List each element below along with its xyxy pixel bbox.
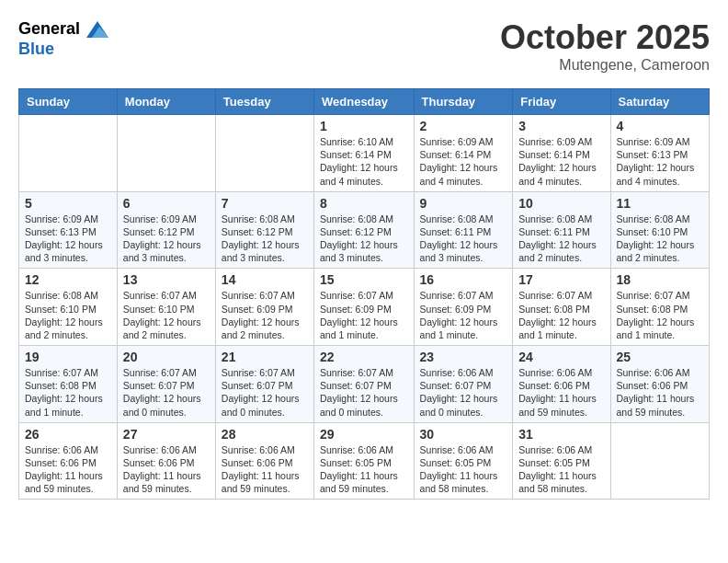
day-number: 14 (222, 272, 308, 287)
day-info: Sunrise: 6:06 AMSunset: 6:07 PMDaylight:… (420, 366, 507, 419)
calendar-cell: 11Sunrise: 6:08 AMSunset: 6:10 PMDayligh… (610, 191, 709, 269)
day-info: Sunrise: 6:08 AMSunset: 6:11 PMDaylight:… (420, 213, 507, 265)
day-number: 30 (420, 427, 507, 442)
calendar-cell: 30Sunrise: 6:06 AMSunset: 6:05 PMDayligh… (414, 422, 513, 500)
logo-blue: Blue (18, 40, 108, 59)
day-info: Sunrise: 6:07 AMSunset: 6:08 PMDaylight:… (25, 366, 111, 419)
calendar-cell: 29Sunrise: 6:06 AMSunset: 6:05 PMDayligh… (314, 422, 415, 500)
calendar-cell (610, 422, 709, 500)
logo-general: General (18, 18, 108, 40)
calendar-cell: 7Sunrise: 6:08 AMSunset: 6:12 PMDaylight… (215, 191, 313, 269)
day-number: 2 (420, 119, 507, 133)
day-info: Sunrise: 6:10 AMSunset: 6:14 PMDaylight:… (320, 135, 408, 188)
day-info: Sunrise: 6:09 AMSunset: 6:13 PMDaylight:… (617, 135, 703, 188)
calendar-cell: 3Sunrise: 6:09 AMSunset: 6:14 PMDaylight… (513, 115, 610, 192)
day-info: Sunrise: 6:06 AMSunset: 6:06 PMDaylight:… (222, 443, 308, 496)
calendar-week-row: 26Sunrise: 6:06 AMSunset: 6:06 PMDayligh… (19, 422, 710, 500)
calendar-cell: 27Sunrise: 6:06 AMSunset: 6:06 PMDayligh… (117, 422, 215, 500)
day-info: Sunrise: 6:09 AMSunset: 6:14 PMDaylight:… (518, 135, 604, 188)
day-number: 10 (518, 196, 604, 211)
day-info: Sunrise: 6:07 AMSunset: 6:07 PMDaylight:… (320, 366, 408, 419)
day-number: 17 (518, 272, 604, 287)
col-header-wednesday: Wednesday (314, 89, 415, 115)
calendar-cell: 5Sunrise: 6:09 AMSunset: 6:13 PMDaylight… (19, 191, 118, 269)
col-header-friday: Friday (513, 89, 610, 115)
calendar-week-row: 19Sunrise: 6:07 AMSunset: 6:08 PMDayligh… (19, 346, 710, 423)
day-info: Sunrise: 6:08 AMSunset: 6:11 PMDaylight:… (518, 213, 604, 265)
day-info: Sunrise: 6:06 AMSunset: 6:06 PMDaylight:… (123, 443, 210, 496)
day-info: Sunrise: 6:07 AMSunset: 6:09 PMDaylight:… (420, 289, 507, 341)
calendar-cell: 20Sunrise: 6:07 AMSunset: 6:07 PMDayligh… (117, 346, 215, 423)
day-info: Sunrise: 6:07 AMSunset: 6:10 PMDaylight:… (123, 289, 210, 341)
day-info: Sunrise: 6:07 AMSunset: 6:09 PMDaylight:… (320, 289, 408, 341)
day-info: Sunrise: 6:08 AMSunset: 6:12 PMDaylight:… (320, 213, 408, 265)
calendar-cell (19, 115, 118, 192)
day-number: 26 (25, 427, 111, 442)
day-number: 1 (320, 119, 408, 133)
calendar-cell (117, 115, 215, 192)
day-number: 5 (25, 196, 111, 211)
col-header-saturday: Saturday (610, 89, 709, 115)
day-info: Sunrise: 6:08 AMSunset: 6:10 PMDaylight:… (617, 213, 703, 265)
day-number: 19 (25, 350, 111, 364)
calendar-cell: 23Sunrise: 6:06 AMSunset: 6:07 PMDayligh… (414, 346, 513, 423)
day-number: 16 (420, 272, 507, 287)
month-title: October 2025 (500, 18, 710, 57)
day-number: 23 (420, 350, 507, 364)
calendar-week-row: 1Sunrise: 6:10 AMSunset: 6:14 PMDaylight… (19, 115, 710, 192)
day-info: Sunrise: 6:07 AMSunset: 6:08 PMDaylight:… (617, 289, 703, 341)
day-info: Sunrise: 6:06 AMSunset: 6:06 PMDaylight:… (518, 366, 604, 419)
col-header-sunday: Sunday (19, 89, 118, 115)
calendar-cell: 26Sunrise: 6:06 AMSunset: 6:06 PMDayligh… (19, 422, 118, 500)
day-number: 3 (518, 119, 604, 133)
day-number: 8 (320, 196, 408, 211)
day-number: 11 (617, 196, 703, 211)
day-number: 31 (518, 427, 604, 442)
title-block: October 2025 Mutengene, Cameroon (500, 18, 710, 74)
day-info: Sunrise: 6:07 AMSunset: 6:07 PMDaylight:… (222, 366, 308, 419)
col-header-thursday: Thursday (414, 89, 513, 115)
day-number: 18 (617, 272, 703, 287)
day-info: Sunrise: 6:06 AMSunset: 6:05 PMDaylight:… (320, 443, 408, 496)
calendar-week-row: 12Sunrise: 6:08 AMSunset: 6:10 PMDayligh… (19, 269, 710, 346)
calendar-cell: 14Sunrise: 6:07 AMSunset: 6:09 PMDayligh… (215, 269, 313, 346)
day-info: Sunrise: 6:09 AMSunset: 6:13 PMDaylight:… (25, 213, 111, 265)
day-number: 4 (617, 119, 703, 133)
calendar-week-row: 5Sunrise: 6:09 AMSunset: 6:13 PMDaylight… (19, 191, 710, 269)
day-number: 15 (320, 272, 408, 287)
day-info: Sunrise: 6:08 AMSunset: 6:10 PMDaylight:… (25, 289, 111, 341)
logo-text: General Blue (18, 18, 108, 59)
location-subtitle: Mutengene, Cameroon (500, 57, 710, 74)
day-number: 25 (617, 350, 703, 364)
calendar-header-row: SundayMondayTuesdayWednesdayThursdayFrid… (19, 89, 710, 115)
calendar-cell: 12Sunrise: 6:08 AMSunset: 6:10 PMDayligh… (19, 269, 118, 346)
col-header-tuesday: Tuesday (215, 89, 313, 115)
day-number: 20 (123, 350, 210, 364)
day-number: 22 (320, 350, 408, 364)
calendar-cell: 9Sunrise: 6:08 AMSunset: 6:11 PMDaylight… (414, 191, 513, 269)
calendar-cell: 13Sunrise: 6:07 AMSunset: 6:10 PMDayligh… (117, 269, 215, 346)
calendar-cell: 16Sunrise: 6:07 AMSunset: 6:09 PMDayligh… (414, 269, 513, 346)
day-number: 24 (518, 350, 604, 364)
calendar-table: SundayMondayTuesdayWednesdayThursdayFrid… (18, 88, 710, 500)
day-info: Sunrise: 6:07 AMSunset: 6:08 PMDaylight:… (518, 289, 604, 341)
day-info: Sunrise: 6:09 AMSunset: 6:14 PMDaylight:… (420, 135, 507, 188)
day-info: Sunrise: 6:06 AMSunset: 6:05 PMDaylight:… (420, 443, 507, 496)
day-info: Sunrise: 6:09 AMSunset: 6:12 PMDaylight:… (123, 213, 210, 265)
calendar-cell: 6Sunrise: 6:09 AMSunset: 6:12 PMDaylight… (117, 191, 215, 269)
calendar-cell: 2Sunrise: 6:09 AMSunset: 6:14 PMDaylight… (414, 115, 513, 192)
day-info: Sunrise: 6:06 AMSunset: 6:06 PMDaylight:… (25, 443, 111, 496)
day-info: Sunrise: 6:07 AMSunset: 6:07 PMDaylight:… (123, 366, 210, 419)
day-info: Sunrise: 6:06 AMSunset: 6:05 PMDaylight:… (518, 443, 604, 496)
calendar-cell: 22Sunrise: 6:07 AMSunset: 6:07 PMDayligh… (314, 346, 415, 423)
day-info: Sunrise: 6:06 AMSunset: 6:06 PMDaylight:… (617, 366, 703, 419)
day-number: 13 (123, 272, 210, 287)
calendar-cell (215, 115, 313, 192)
calendar-cell: 17Sunrise: 6:07 AMSunset: 6:08 PMDayligh… (513, 269, 610, 346)
day-info: Sunrise: 6:07 AMSunset: 6:09 PMDaylight:… (222, 289, 308, 341)
day-number: 12 (25, 272, 111, 287)
day-number: 6 (123, 196, 210, 211)
calendar-cell: 1Sunrise: 6:10 AMSunset: 6:14 PMDaylight… (314, 115, 415, 192)
day-number: 29 (320, 427, 408, 442)
page-header: General Blue October 2025 Mutengene, Cam… (18, 18, 710, 74)
